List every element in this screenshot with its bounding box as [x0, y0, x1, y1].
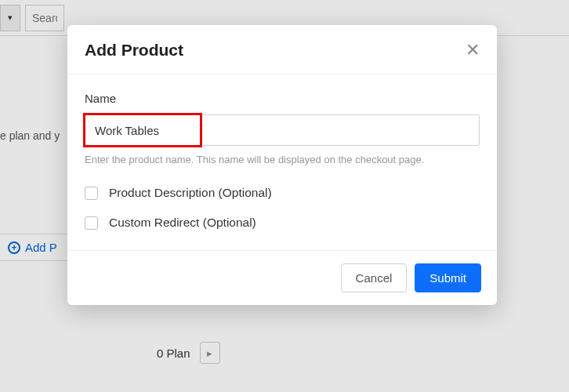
- submit-button[interactable]: Submit: [415, 263, 481, 292]
- redirect-checkbox[interactable]: [85, 216, 98, 230]
- cancel-button[interactable]: Cancel: [341, 263, 408, 292]
- description-option[interactable]: Product Description (Optional): [85, 186, 480, 200]
- modal-body: Name Enter the product name. This name w…: [67, 74, 497, 250]
- modal-title: Add Product: [85, 41, 183, 60]
- modal-footer: Cancel Submit: [67, 250, 497, 305]
- add-product-modal: Add Product ✕ Name Enter the product nam…: [67, 25, 497, 305]
- redirect-label: Custom Redirect (Optional): [109, 216, 256, 230]
- product-name-input[interactable]: [85, 114, 480, 146]
- redirect-option[interactable]: Custom Redirect (Optional): [85, 216, 480, 230]
- description-label: Product Description (Optional): [109, 186, 272, 200]
- name-label: Name: [85, 92, 480, 105]
- close-button[interactable]: ✕: [466, 42, 480, 59]
- description-checkbox[interactable]: [85, 187, 98, 200]
- modal-header: Add Product ✕: [67, 25, 497, 74]
- name-input-wrap: [85, 114, 480, 146]
- close-icon: ✕: [466, 40, 480, 60]
- name-helper-text: Enter the product name. This name will b…: [85, 154, 480, 165]
